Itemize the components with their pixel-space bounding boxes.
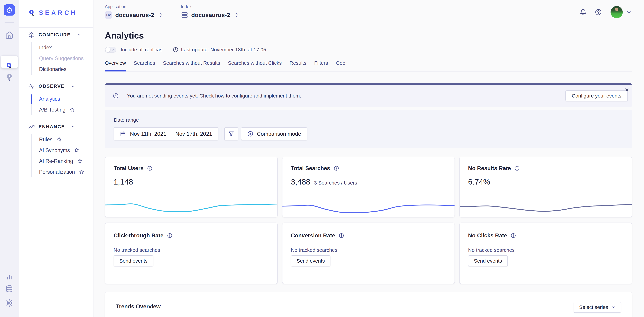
clock-icon: [172, 47, 179, 53]
sidebar-item-dictionaries[interactable]: Dictionaries: [39, 64, 93, 75]
send-events-button[interactable]: Send events: [468, 255, 508, 266]
date-range-label: Date range: [114, 117, 623, 123]
application-selector[interactable]: D2 docusaurus-2: [105, 11, 163, 19]
card-title: No Clicks Rate: [468, 232, 507, 239]
banner-close-icon[interactable]: [624, 87, 630, 92]
notifications-bell-icon[interactable]: [580, 8, 587, 16]
card-value-row: 3,4883 Searches / Users: [291, 177, 446, 186]
sidebar-item-ai-re-ranking[interactable]: AI Re-Ranking: [39, 156, 93, 166]
card-title: Total Users: [114, 165, 144, 172]
info-icon[interactable]: [147, 166, 153, 171]
date-range-picker[interactable]: Nov 11th, 2021 Nov 17th, 2021: [114, 127, 218, 140]
card-title: Total Searches: [291, 165, 330, 172]
info-icon[interactable]: [510, 233, 516, 238]
toggle-knob: [106, 47, 110, 52]
sidebar-section-enhance[interactable]: ENHANCE: [28, 123, 93, 130]
lightbulb-icon: [5, 73, 14, 81]
rail-divider: [4, 22, 14, 23]
star-icon[interactable]: [69, 107, 75, 113]
sidebar-item-rules[interactable]: Rules: [39, 134, 93, 145]
info-icon[interactable]: [514, 166, 520, 171]
sidebar-item-index[interactable]: Index: [39, 42, 93, 53]
tab-filters[interactable]: Filters: [314, 60, 328, 71]
sidebar-section-items: IndexQuery SuggestionsDictionaries: [31, 42, 93, 75]
index-selector[interactable]: docusaurus-2: [181, 11, 239, 19]
topbar-right: [572, 4, 632, 18]
rail-recommend-button[interactable]: [5, 73, 14, 82]
trend-icon: [28, 123, 35, 130]
user-avatar[interactable]: [610, 6, 623, 18]
date-divider: [171, 130, 171, 138]
rail-monitoring-button[interactable]: [5, 272, 14, 281]
product-logo[interactable]: SEARCH: [18, 0, 93, 16]
tab-searches[interactable]: Searches: [134, 60, 155, 71]
sidebar-item-analytics[interactable]: Analytics: [39, 94, 93, 104]
star-icon[interactable]: [77, 158, 83, 164]
configure-events-button[interactable]: Configure your events: [566, 90, 628, 101]
index-label: Index: [181, 4, 239, 9]
chevdown-icon: [71, 84, 75, 88]
sidebar-item-label: Personalization: [39, 169, 75, 175]
home-icon: [5, 31, 14, 39]
gear-icon: [28, 32, 35, 38]
card-value: 3,488: [291, 177, 310, 186]
index-selector-group: Index docusaurus-2: [181, 4, 239, 19]
trends-overview-card: Trends Overview Select series: [105, 292, 632, 317]
star-icon[interactable]: [56, 136, 62, 142]
app-switcher-button[interactable]: [4, 4, 15, 16]
events-banner: You are not sending events yet. Check ho…: [105, 83, 632, 107]
tab-overview[interactable]: Overview: [105, 60, 126, 71]
sidebar-item-query-suggestions[interactable]: Query Suggestions: [39, 53, 93, 64]
rail-search-button[interactable]: [0, 55, 18, 68]
tab-geo[interactable]: Geo: [336, 60, 345, 71]
card-value-row: 6.74%: [468, 177, 624, 186]
rail-data-button[interactable]: [5, 285, 14, 294]
sidebar-item-label: Rules: [39, 136, 52, 142]
date-end: Nov 17th, 2021: [176, 131, 212, 137]
sidebar-item-label: Index: [39, 44, 52, 51]
stat-card-total-users: Total Users1,148: [105, 157, 278, 218]
empty-card-click-through-rate: Click-through RateNo tracked searchesSen…: [105, 222, 278, 284]
card-subvalue: 3 Searches / Users: [314, 180, 357, 186]
info-icon[interactable]: [334, 166, 339, 171]
info-icon[interactable]: [167, 233, 172, 238]
tab-searches-without-results[interactable]: Searches without Results: [163, 60, 220, 71]
sidebar-nav: CONFIGUREIndexQuery SuggestionsDictionar…: [18, 28, 93, 178]
tab-results[interactable]: Results: [290, 60, 306, 71]
card-title-row: Click-through Rate: [114, 232, 269, 239]
star-icon[interactable]: [74, 147, 80, 154]
tab-searches-without-clicks[interactable]: Searches without Clicks: [228, 60, 282, 71]
sidebar-item-personalization[interactable]: Personalization: [39, 166, 93, 178]
sidebar-item-ai-synonyms[interactable]: AI Synonyms: [39, 145, 93, 156]
sidebar-item-label: AI Re-Ranking: [39, 158, 73, 164]
sidebar-section-label: OBSERVE: [38, 84, 64, 89]
rail-home-button[interactable]: [5, 31, 14, 40]
account-chevron-down-icon[interactable]: [626, 9, 632, 15]
stopwatch-icon: [6, 6, 13, 14]
comparison-mode-button[interactable]: Comparison mode: [241, 127, 307, 140]
date-range-controls: Nov 11th, 2021 Nov 17th, 2021 Comparison…: [114, 127, 623, 140]
application-selector-group: Application D2 docusaurus-2: [105, 4, 163, 19]
rail-settings-button[interactable]: [5, 299, 14, 308]
send-events-button[interactable]: Send events: [114, 255, 153, 266]
content: Analytics Include all replicas Last upda…: [94, 30, 644, 317]
sidebar-section-configure[interactable]: CONFIGURE: [28, 31, 93, 38]
sparkline-chart: [282, 196, 455, 215]
select-series-button[interactable]: Select series: [574, 302, 621, 313]
sidebar-section-label: ENHANCE: [38, 124, 65, 130]
main-area: Application D2 docusaurus-2 Index docusa…: [94, 0, 644, 317]
send-events-button[interactable]: Send events: [291, 255, 330, 266]
filter-button[interactable]: [224, 127, 238, 140]
topbar: Application D2 docusaurus-2 Index docusa…: [94, 0, 644, 20]
sidebar-section-items: AnalyticsA/B Testing: [31, 94, 93, 115]
application-badge: D2: [105, 11, 112, 19]
sidebar-section-observe[interactable]: OBSERVE: [28, 82, 93, 90]
funnel-icon: [228, 130, 234, 137]
sidebar-item-a-b-testing[interactable]: A/B Testing: [39, 104, 93, 115]
date-start: Nov 11th, 2021: [130, 131, 166, 137]
info-icon[interactable]: [338, 233, 344, 238]
search-logo-icon: [28, 9, 36, 16]
star-icon[interactable]: [78, 169, 85, 175]
help-icon[interactable]: [595, 8, 602, 16]
include-replicas-toggle[interactable]: [105, 47, 116, 53]
